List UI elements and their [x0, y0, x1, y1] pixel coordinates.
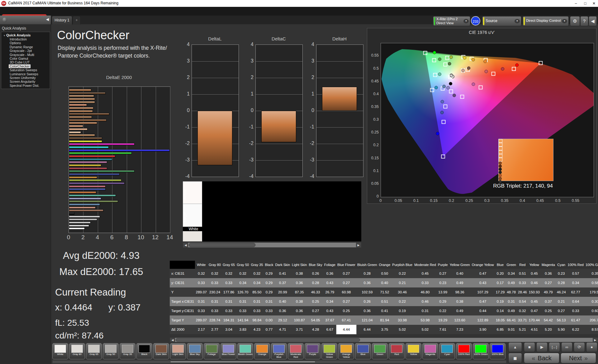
table-cell[interactable]: 0.40 — [378, 278, 392, 287]
table-cell[interactable]: 0.23 — [556, 269, 567, 278]
table-cell[interactable]: 4.44 — [336, 325, 356, 334]
table-cell[interactable]: 2.77 — [208, 325, 222, 334]
refresh-icon[interactable]: ⟳ — [574, 342, 585, 352]
patch-button-dark-skin[interactable]: Dark Skin — [153, 343, 169, 359]
strip-scroll-thumb[interactable] — [189, 243, 255, 247]
next-button[interactable]: Next» — [561, 353, 596, 363]
sidebar-item-3d-cube-lut[interactable]: 3D Cube LUT — [9, 60, 31, 64]
table-cell[interactable]: 4.23 — [250, 325, 264, 334]
table-cell[interactable]: 5.02 — [413, 325, 437, 334]
table-cell[interactable]: 3.83 — [236, 325, 250, 334]
sidebar-item-dynamic-range[interactable]: Dynamic Range — [9, 45, 34, 49]
table-cell[interactable]: 0.27 — [336, 278, 356, 287]
panel-collapse-icon[interactable]: ◀ — [589, 16, 597, 26]
table-cell[interactable]: 3.75 — [378, 325, 392, 334]
sidebar-item-screen-angularity[interactable]: Screen Angularity — [9, 80, 36, 83]
table-cell[interactable]: 0.28 — [556, 278, 567, 287]
table-cell[interactable]: 0.26 — [308, 269, 323, 278]
table-cell[interactable]: 289.07 — [195, 315, 208, 325]
record-icon[interactable]: ● — [586, 342, 597, 352]
table-cell[interactable]: 0.47 — [528, 306, 541, 315]
table-cell[interactable]: 56.13 — [556, 315, 567, 325]
table-cell[interactable]: 0.35 — [585, 269, 598, 278]
patch-button-purple[interactable]: Purple — [305, 343, 320, 359]
table-cell[interactable]: 46.80 — [413, 287, 437, 297]
table-cell[interactable]: 26.79 — [323, 287, 336, 297]
table-cell[interactable]: 0.31 — [505, 297, 517, 306]
table-cell[interactable]: 0.21 — [391, 278, 413, 287]
patch-button-green[interactable]: Green — [372, 343, 388, 359]
table-cell[interactable]: 0.31 — [413, 306, 437, 315]
table-cell[interactable]: 48.78 — [505, 287, 517, 297]
table-cell[interactable]: 0.34 — [567, 278, 585, 287]
table-cell[interactable]: 0.32 — [222, 269, 236, 278]
scroll-left-icon[interactable]: ◀ — [170, 338, 175, 342]
table-cell[interactable]: 46.24 — [556, 287, 567, 297]
table-cell[interactable]: 150.93 — [528, 287, 541, 297]
table-cell[interactable]: 49.79 — [541, 287, 556, 297]
table-cell[interactable]: 4.28 — [308, 325, 323, 334]
table-cell[interactable]: 0.31 — [195, 297, 208, 306]
table-cell[interactable]: 5.90 — [556, 325, 567, 334]
patch-button-magenta[interactable]: Magenta — [422, 343, 438, 359]
table-cell[interactable]: 0.37 — [274, 278, 291, 287]
gear-icon[interactable]: ⚙ — [570, 16, 580, 26]
source-dropdown[interactable]: Source ▼ — [482, 16, 521, 26]
add-tab-button[interactable]: + — [73, 16, 81, 25]
meter-dropdown[interactable]: X-Rite i1Pro 2 Direct View ▼ — [433, 16, 470, 26]
table-cell[interactable]: 61.47 — [567, 315, 585, 325]
sidebar-item-colorchecker[interactable]: ColorChecker — [9, 64, 31, 68]
table-cell[interactable]: 228.74 — [208, 315, 222, 325]
table-cell[interactable]: 28.46 — [517, 287, 528, 297]
table-cell[interactable]: 98.36 — [449, 287, 471, 297]
patch-button-yellow-green[interactable]: Yellow Green — [321, 343, 337, 359]
table-cell[interactable]: 19.29 — [437, 315, 449, 325]
table-cell[interactable]: 5.21 — [517, 325, 528, 334]
table-cell[interactable]: 0.27 — [336, 297, 356, 306]
table-cell[interactable]: 170.44 — [528, 315, 541, 325]
table-cell[interactable]: 0.49 — [505, 306, 517, 315]
table-cell[interactable]: 0.27 — [308, 306, 323, 315]
table-cell[interactable]: 13.99 — [437, 287, 449, 297]
table-cell[interactable]: 0.29 — [437, 297, 449, 306]
table-cell[interactable]: 0.22 — [391, 269, 413, 278]
table-cell[interactable]: 0.46 — [528, 278, 541, 287]
stop-pattern-icon[interactable]: ◼ — [508, 353, 522, 363]
table-cell[interactable]: 0.19 — [495, 297, 506, 306]
table-cell[interactable]: 107.29 — [471, 287, 495, 297]
sidebar-item-introduction[interactable]: Introduction — [9, 37, 28, 41]
table-cell[interactable]: 54.05 — [308, 315, 323, 325]
sidebar-item-saturation-sweeps[interactable]: Saturation Sweeps — [9, 68, 38, 72]
patch-button-gray-50[interactable]: Gray 50 — [103, 343, 119, 359]
table-cell[interactable]: 6.44 — [356, 325, 378, 334]
patch-button-cyan[interactable]: Cyan — [439, 343, 455, 359]
table-cell[interactable]: 0.64 — [567, 297, 585, 306]
table-cell[interactable]: 0.36 — [541, 269, 556, 278]
table-cell[interactable]: 0.36 — [291, 306, 308, 315]
patch-button-gray-80[interactable]: Gray 80 — [69, 343, 85, 359]
table-cell[interactable]: 53.98 — [413, 315, 437, 325]
eject-icon[interactable]: ▲ — [508, 342, 522, 352]
scroll-right-icon[interactable]: ▶ — [593, 338, 598, 342]
table-cell[interactable]: 230.24 — [208, 287, 222, 297]
table-cell[interactable]: 0.27 — [541, 278, 556, 287]
table-cell[interactable]: 3.90 — [471, 325, 495, 334]
maximize-button[interactable]: □ — [581, 1, 589, 6]
loop-icon[interactable]: ∞ — [561, 342, 572, 352]
table-cell[interactable]: 0.36 — [274, 306, 291, 315]
tab-history-1[interactable]: History 1 — [52, 16, 72, 25]
patch-button-orange-yellow[interactable]: Orange Yellow — [338, 343, 354, 359]
patch-button-moderate-red[interactable]: Moderate Red — [288, 343, 304, 359]
play-icon[interactable]: ▶ — [536, 342, 548, 352]
table-cell[interactable]: 206.73 — [585, 315, 598, 325]
table-cell[interactable]: 0.45 — [528, 297, 541, 306]
table-cell[interactable]: 0.40 — [274, 297, 291, 306]
table-scroll-thumb[interactable] — [176, 338, 360, 342]
table-cell[interactable]: 29.12 — [274, 315, 291, 325]
table-cell[interactable]: 33.71 — [517, 315, 528, 325]
sidebar-item-screen-uniformity[interactable]: Screen Uniformity — [9, 76, 36, 80]
table-cell[interactable]: 0.32 — [236, 269, 250, 278]
patch-button-100-green[interactable]: 100% Green — [473, 343, 489, 359]
table-cell[interactable]: 81.94 — [378, 315, 392, 325]
table-cell[interactable]: 0.54 — [517, 297, 528, 306]
